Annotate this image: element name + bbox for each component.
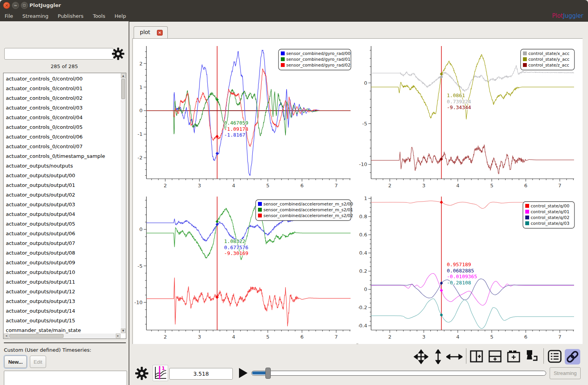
list-item[interactable]: actuator_outputs/output/00 [3, 171, 121, 180]
x-tick-label: 3 [422, 183, 425, 188]
chart-quaternion[interactable]: 23456710.80.60.40.20-0.2-0.40.9571890.06… [358, 189, 583, 344]
play-button[interactable] [237, 367, 249, 379]
menu-tools[interactable]: Tools [93, 11, 105, 21]
list-item[interactable]: actuator_controls_0/control/07 [3, 142, 121, 151]
vscroll-thumb[interactable] [121, 79, 125, 99]
y-tick-label: 1 [364, 195, 367, 201]
tracker-time-input[interactable] [169, 368, 233, 380]
tracker-point-marker [216, 152, 219, 155]
time-tracker-ratio-button[interactable]: 1 [153, 365, 168, 381]
legend-toggle-button[interactable] [547, 349, 562, 364]
scroll-right-icon[interactable]: ► [116, 334, 120, 338]
menu-file[interactable]: File [5, 11, 13, 21]
legend-entry[interactable]: sensor_combined/accelerometer_m_s2/02 [258, 213, 353, 218]
add-row-button[interactable] [488, 349, 502, 364]
legend-entry[interactable]: sensor_combined/gyro_rad/01 [281, 57, 351, 62]
clear-buffer-button[interactable] [524, 349, 540, 364]
gear-icon [134, 366, 149, 381]
time-slider-handle[interactable] [265, 368, 271, 379]
legend-label: control_state/q/03 [531, 221, 569, 226]
menu-help[interactable]: Help [115, 11, 126, 21]
link-axes-button[interactable] [565, 349, 580, 364]
list-item[interactable]: actuator_outputs/output/09 [3, 258, 121, 267]
add-tab-button[interactable] [507, 349, 521, 364]
list-item[interactable]: actuator_controls_0/control/02 [3, 93, 121, 103]
legend-entry[interactable]: sensor_combined/gyro_rad/02 [281, 63, 351, 68]
search-input[interactable] [4, 48, 113, 60]
list-item[interactable]: actuator_outputs/output/04 [3, 209, 121, 219]
legend-entry[interactable]: control_state/z_acc [523, 63, 569, 68]
hscroll-thumb[interactable] [9, 334, 64, 338]
list-item[interactable]: actuator_outputs/output/15 [3, 316, 121, 325]
legend-entry[interactable]: control_state/q/01 [525, 209, 569, 214]
chart-accelerometer[interactable]: 2345670-5-101.083220.677576-9.30169senso… [133, 189, 356, 344]
legend-entry[interactable]: sensor_combined/accelerometer_m_s2/00 [258, 202, 353, 207]
legend-entry[interactable]: control_state/x_acc [523, 51, 569, 56]
add-column-button[interactable] [469, 349, 483, 364]
minimize-window-icon[interactable]: − [12, 2, 19, 9]
scroll-down-icon[interactable]: ▼ [121, 329, 126, 333]
chart-control_acc[interactable]: 2345670-5-101.08610.739224-9.34344contro… [358, 39, 583, 189]
playback-settings-gear-icon[interactable] [134, 366, 149, 381]
tab-close-icon[interactable]: ✕ [157, 30, 163, 36]
horizontal-scrollbar[interactable]: ◄ ► [4, 334, 120, 338]
list-item[interactable]: actuator_outputs/output/13 [3, 296, 121, 306]
legend-entry[interactable]: control_state/q/02 [525, 215, 569, 220]
legend-entry[interactable]: control_state/y_acc [523, 57, 569, 62]
list-item[interactable]: actuator_controls_0/control/03 [3, 103, 121, 113]
legend-label: sensor_combined/accelerometer_m_s2/00 [263, 202, 353, 207]
zoom-vertical-button[interactable] [433, 349, 443, 364]
pan-zoom-button[interactable] [414, 349, 428, 364]
list-item[interactable]: actuator_outputs/output/07 [3, 238, 121, 248]
chart-gyro[interactable]: 234567-2-10120.467059-1.09178-1.8167sens… [133, 39, 356, 189]
legend-swatch [258, 214, 262, 217]
close-window-icon[interactable]: ✕ [3, 2, 10, 9]
scroll-left-icon[interactable]: ◄ [4, 334, 9, 338]
list-item[interactable]: actuator_outputs/output/12 [3, 287, 121, 296]
list-item[interactable]: actuator_controls_0/control/01 [3, 84, 121, 93]
tracker-value-annotation: -9.34344 [447, 104, 471, 110]
maximize-window-icon[interactable]: ▢ [21, 2, 28, 9]
legend-entry[interactable]: sensor_combined/accelerometer_m_s2/01 [258, 207, 353, 212]
move-arrows-icon [414, 349, 428, 364]
series-sensor-combined-gyro-rad-01 [146, 89, 351, 136]
list-item[interactable]: actuator_outputs/output/10 [3, 267, 121, 277]
menu-streaming[interactable]: Streaming [22, 11, 48, 21]
timeseries-list[interactable]: actuator_controls_0/control/00actuator_c… [3, 73, 126, 339]
custom-timeseries-list[interactable] [4, 371, 127, 385]
list-item[interactable]: actuator_controls_0/control/06 [3, 132, 121, 142]
scroll-up-icon[interactable]: ▲ [121, 74, 126, 78]
streaming-button[interactable]: Streaming [550, 367, 581, 379]
tracker-point-marker [440, 200, 443, 204]
legend-entry[interactable]: control_state/q/00 [525, 204, 569, 209]
list-item[interactable]: actuator_outputs/output/14 [3, 306, 121, 316]
sidebar-divider [4, 342, 126, 343]
legend-entry[interactable]: sensor_combined/gyro_rad/00 [281, 51, 351, 56]
new-custom-timeseries-button[interactable]: New... [4, 356, 27, 368]
x-tick-label: 5 [490, 183, 493, 188]
list-item[interactable]: actuator_controls_0/control/04 [3, 113, 121, 122]
legend-entry[interactable]: control_state/q/03 [525, 221, 569, 226]
chart-legend: control_state/x_acccontrol_state/y_accco… [521, 49, 574, 70]
toolbar-separator [466, 348, 466, 364]
list-item[interactable]: actuator_outputs/output/03 [3, 200, 121, 209]
list-item[interactable]: actuator_outputs/output/02 [3, 190, 121, 200]
vertical-scrollbar[interactable]: ▲ ▼ [121, 74, 126, 333]
list-item[interactable]: actuator_controls_0/timestamp_sample [3, 151, 121, 161]
tab-plot[interactable]: plot ✕ [134, 26, 168, 39]
list-item[interactable]: actuator_outputs/output/08 [3, 248, 121, 258]
list-item[interactable]: actuator_outputs/output/11 [3, 277, 121, 287]
list-item[interactable]: actuator_outputs/output/05 [3, 219, 121, 229]
x-tick-label: 3 [422, 334, 425, 340]
list-item[interactable]: actuator_controls_0/control/05 [3, 122, 121, 132]
edit-custom-timeseries-button[interactable]: Edit [30, 356, 46, 368]
list-item[interactable]: actuator_outputs/output/06 [3, 229, 121, 238]
zoom-horizontal-button[interactable] [446, 349, 462, 364]
list-item[interactable]: actuator_outputs/noutputs [3, 161, 121, 171]
list-item[interactable]: actuator_outputs/output/01 [3, 180, 121, 190]
search-settings-gear-icon[interactable] [111, 47, 126, 61]
time-slider[interactable] [251, 371, 546, 376]
list-item[interactable]: actuator_controls_0/control/00 [3, 74, 121, 84]
menu-publishers[interactable]: Publishers [58, 11, 83, 21]
panel-separator[interactable] [129, 21, 129, 385]
